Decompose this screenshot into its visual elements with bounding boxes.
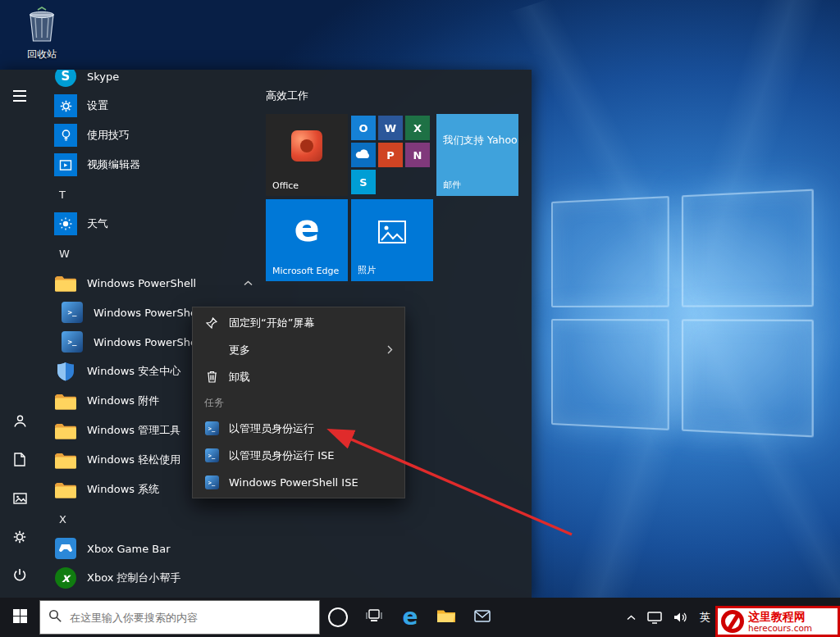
chevron-up-icon[interactable] [244, 280, 253, 286]
context-item-more[interactable]: 更多 [193, 336, 404, 363]
context-item-run-as-admin[interactable]: >_ 以管理员身份运行 [193, 415, 404, 442]
tile-excel[interactable]: X [405, 116, 430, 140]
powershell-icon: >_ [61, 301, 84, 324]
tile-onenote[interactable]: N [405, 143, 430, 167]
app-item-video-editor[interactable]: 视频编辑器 [39, 150, 266, 180]
system-tray: 英 [627, 598, 710, 637]
hamburger-icon [13, 90, 26, 102]
mail-envelope-icon [474, 610, 491, 626]
task-view-icon [365, 609, 383, 626]
tile-microsoft-edge[interactable]: e Microsoft Edge [266, 199, 348, 281]
video-editor-icon [54, 153, 77, 176]
app-item-settings[interactable]: 设置 [39, 91, 266, 121]
recycle-bin-icon [25, 30, 59, 46]
watermark-title: 这里教程网 [748, 610, 812, 623]
context-item-run-ise-admin[interactable]: >_ 以管理员身份运行 ISE [193, 442, 404, 469]
powershell-icon: >_ [61, 330, 84, 353]
folder-icon [54, 419, 77, 442]
app-item-weather[interactable]: 天气 [39, 209, 266, 239]
pin-icon [204, 316, 219, 330]
context-item-uninstall[interactable]: 卸载 [193, 363, 404, 390]
folder-icon [436, 608, 456, 627]
gear-icon [13, 530, 26, 547]
screen: 回收站 [0, 0, 840, 637]
search-icon [48, 609, 62, 626]
settings-button[interactable] [0, 519, 39, 557]
tips-bulb-icon [54, 124, 77, 147]
tile-powerpoint[interactable]: P [378, 143, 403, 167]
xbox-game-bar-icon [54, 537, 77, 560]
task-view-button[interactable] [356, 598, 392, 637]
recycle-bin[interactable]: 回收站 [10, 5, 74, 61]
search-input[interactable] [68, 611, 311, 625]
context-header-tasks: 任务 [193, 390, 404, 415]
volume-icon[interactable] [673, 598, 688, 637]
start-menu-rail [0, 70, 39, 598]
tile-group-title[interactable]: 高效工作 [266, 89, 308, 103]
tile-office[interactable]: Office [266, 114, 348, 196]
tile-photos[interactable]: 照片 [351, 199, 433, 281]
context-item-powershell-ise[interactable]: >_ Windows PowerShell ISE [193, 469, 404, 496]
edge-taskbar-button[interactable]: e [392, 598, 428, 637]
rail-bottom-group [0, 403, 39, 596]
folder-icon [54, 389, 77, 412]
weather-sun-icon [54, 212, 77, 235]
blank-icon-space [204, 343, 219, 357]
watermark-url: herecours.com [748, 623, 812, 633]
app-item-tips[interactable]: 使用技巧 [39, 121, 266, 150]
powershell-ise-icon: >_ [204, 475, 219, 490]
network-icon[interactable] [647, 598, 662, 637]
office-logo-icon [291, 130, 322, 162]
taskbar-search[interactable] [39, 600, 320, 635]
pictures-icon [13, 492, 27, 507]
documents-button[interactable] [0, 442, 39, 480]
start-button[interactable] [0, 598, 39, 637]
powershell-icon: >_ [204, 421, 219, 436]
edge-logo-icon: e [266, 206, 348, 250]
security-shield-icon [54, 360, 77, 383]
folder-icon [54, 448, 77, 471]
pictures-button[interactable] [0, 480, 39, 519]
app-item-xbox-game-bar[interactable]: Xbox Game Bar [39, 534, 266, 563]
powershell-ise-icon: >_ [204, 448, 219, 463]
section-header-x[interactable]: X [39, 504, 266, 534]
cortana-icon [328, 607, 348, 627]
chevron-right-icon [387, 345, 393, 354]
windows-logo-pane [682, 189, 814, 307]
power-icon [13, 568, 26, 585]
folder-icon [54, 271, 77, 294]
app-item-xbox-console-companion[interactable]: x Xbox 控制台小帮手 [39, 563, 266, 593]
windows-logo-pane [551, 319, 669, 430]
settings-tile-icon [54, 94, 77, 117]
section-header-w[interactable]: W [39, 239, 266, 268]
user-icon [13, 414, 27, 431]
windows-logo-pane [551, 196, 669, 307]
windows-logo-pane [682, 319, 814, 437]
tile-yahoo-mail[interactable]: 我们支持 Yahoo 邮件 [436, 114, 518, 196]
user-account-button[interactable] [0, 403, 39, 442]
tile-word[interactable]: W [378, 116, 403, 140]
edge-icon: e [403, 606, 418, 629]
show-hidden-icons-button[interactable] [627, 598, 636, 637]
section-header-t[interactable]: T [39, 180, 266, 209]
tile-onedrive[interactable] [351, 143, 376, 167]
tile-skype[interactable]: S [351, 170, 376, 194]
power-button[interactable] [0, 557, 39, 596]
trash-icon [204, 370, 219, 384]
windows-logo-icon [13, 609, 27, 626]
app-item-skype[interactable]: S Skype [39, 70, 266, 91]
context-item-pin-to-start[interactable]: 固定到“开始”屏幕 [193, 309, 404, 336]
powershell-context-menu: 固定到“开始”屏幕 更多 卸载 任务 >_ 以管理员身份运行 >_ 以管理员身份… [192, 307, 405, 498]
tile-office-apps-grid: O W X P N S [351, 114, 433, 198]
input-language-indicator[interactable]: 英 [700, 598, 710, 637]
file-explorer-button[interactable] [428, 598, 464, 637]
taskbar: e 英 [0, 598, 840, 637]
mail-taskbar-button[interactable] [464, 598, 500, 637]
photos-icon [378, 221, 406, 247]
xbox-icon: x [54, 566, 77, 589]
app-item-windows-powershell-folder[interactable]: Windows PowerShell [39, 268, 266, 298]
skype-icon: S [54, 70, 77, 88]
expand-menu-button[interactable] [0, 76, 39, 115]
tile-outlook[interactable]: O [351, 116, 376, 140]
cortana-button[interactable] [320, 598, 356, 637]
